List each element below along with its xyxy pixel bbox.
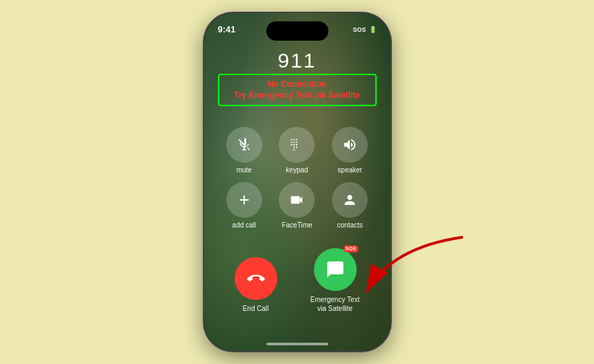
call-number: 911	[277, 49, 316, 72]
phone-wrapper: 9:41 SOS 🔋 911 No Connection Try Emergen…	[204, 13, 390, 351]
emergency-line2: Try Emergency Text via Satellite	[226, 90, 368, 101]
emergency-text-icon: SOS	[314, 248, 357, 291]
controls-row-2: add call FaceTime	[218, 182, 377, 229]
keypad-button[interactable]: keypad	[279, 127, 315, 174]
add-call-label: add call	[232, 221, 256, 229]
emergency-text-label: Emergency Textvia Satellite	[310, 295, 360, 313]
contacts-icon-container	[332, 182, 368, 218]
scene: 9:41 SOS 🔋 911 No Connection Try Emergen…	[0, 0, 594, 364]
phone: 9:41 SOS 🔋 911 No Connection Try Emergen…	[204, 13, 390, 351]
sos-badge: SOS	[344, 245, 358, 252]
status-right: SOS 🔋	[353, 26, 376, 33]
person-icon	[342, 192, 357, 208]
phone-hangup-icon	[247, 270, 265, 287]
mute-button[interactable]: mute	[226, 127, 262, 174]
sos-status: SOS	[353, 26, 366, 33]
controls-grid: mute keypad	[204, 127, 390, 229]
keypad-icon-container	[279, 127, 315, 163]
video-icon	[289, 192, 304, 208]
speaker-icon	[342, 137, 357, 152]
controls-row-1: mute keypad	[218, 127, 377, 174]
battery-icon: 🔋	[369, 26, 377, 33]
contacts-label: contacts	[337, 221, 363, 229]
mute-icon	[226, 127, 262, 163]
mute-label: mute	[237, 166, 252, 174]
end-call-label: End Call	[243, 304, 269, 313]
bottom-actions: End Call SOS Emergency Textvia Satellite	[204, 248, 390, 313]
speaker-label: speaker	[337, 166, 362, 174]
end-call-button[interactable]: End Call	[235, 257, 277, 313]
emergency-line1: No Connection	[226, 79, 368, 90]
emergency-text-button[interactable]: SOS Emergency Textvia Satellite	[310, 248, 360, 313]
keypad-icon	[289, 137, 304, 152]
add-call-icon-container	[226, 182, 262, 218]
speaker-icon-container	[332, 127, 368, 163]
facetime-icon-container	[279, 182, 315, 218]
facetime-button[interactable]: FaceTime	[279, 182, 315, 229]
emergency-banner[interactable]: No Connection Try Emergency Text via Sat…	[218, 74, 377, 106]
contacts-button[interactable]: contacts	[332, 182, 368, 229]
dynamic-island	[266, 21, 328, 41]
keypad-label: keypad	[286, 166, 308, 174]
end-call-icon	[235, 257, 277, 300]
speaker-button[interactable]: speaker	[332, 127, 368, 174]
add-call-button[interactable]: add call	[226, 182, 262, 229]
status-time: 9:41	[218, 24, 236, 34]
facetime-label: FaceTime	[281, 221, 312, 229]
message-icon	[326, 260, 345, 279]
add-icon	[237, 192, 252, 208]
screen-content: 911 No Connection Try Emergency Text via…	[204, 13, 390, 351]
mic-off-icon	[237, 137, 252, 152]
